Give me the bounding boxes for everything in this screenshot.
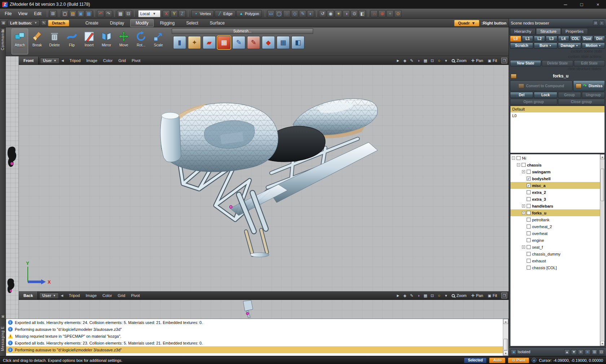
tool-insert-button[interactable]: Insert: [81, 28, 97, 54]
tab-modify[interactable]: Modify: [130, 19, 154, 27]
scroll-up-icon[interactable]: ▲: [600, 154, 605, 159]
tool-options-icon[interactable]: ✎: [41, 20, 47, 26]
state-item-default[interactable]: Default: [510, 106, 605, 112]
paint-icon[interactable]: ✎: [409, 58, 414, 63]
scrollbar-thumb[interactable]: [601, 169, 604, 201]
visibility-checkbox[interactable]: [527, 259, 531, 263]
viewport-menu-tripod[interactable]: Tripod: [67, 58, 84, 63]
bulb-icon[interactable]: ○: [436, 58, 442, 63]
mode-edge-button[interactable]: ╱Edge: [215, 10, 236, 17]
tab-surface[interactable]: Surface: [205, 19, 230, 27]
tree-node-f4i[interactable]: −f4i: [510, 155, 600, 161]
submesh-detach-icon[interactable]: ▦: [218, 36, 230, 49]
isolated-cube-icon[interactable]: ■: [511, 349, 517, 355]
scroll-up-icon[interactable]: ▲: [503, 319, 508, 324]
mode-vertex-button[interactable]: ▪Vertex: [191, 10, 214, 17]
zoom-button[interactable]: Zoom: [450, 58, 468, 63]
view-user-dropdown[interactable]: User ▼: [40, 58, 59, 64]
tree-node-chassis_dummy[interactable]: chassis_dummy: [510, 250, 600, 257]
maximize-viewport-icon[interactable]: ❒: [501, 293, 507, 298]
log-line[interactable]: Missing requried texture in "SPECMAP" on…: [6, 333, 503, 339]
submesh-panel-icon[interactable]: ◧: [291, 36, 304, 49]
close-group-button[interactable]: Close group: [558, 99, 605, 105]
app-grid-icon[interactable]: ⊞: [49, 10, 57, 17]
submesh-cylinder-icon[interactable]: ▮: [173, 36, 186, 49]
render-icon[interactable]: ⊙: [351, 10, 358, 17]
expander-icon[interactable]: +: [522, 170, 525, 173]
filter-x-icon[interactable]: X: [163, 10, 170, 17]
panel-tab-properties[interactable]: Properties: [561, 28, 588, 34]
dropdown-icon[interactable]: ▾: [443, 293, 449, 298]
new-state-button[interactable]: New State: [510, 60, 541, 66]
open-group-button[interactable]: Open group: [510, 99, 557, 105]
bulb-icon[interactable]: ○: [436, 293, 442, 298]
fit-button[interactable]: ▣Fit: [486, 293, 499, 298]
maximize-button[interactable]: □: [574, 0, 590, 9]
panel-tab-structure[interactable]: Structure: [536, 28, 561, 34]
pivot-mode-chip[interactable]: ⊙Pivot: [508, 358, 529, 363]
scroll-down-icon[interactable]: ▼: [503, 351, 508, 356]
edge-icon[interactable]: ╱: [218, 12, 222, 16]
tool-break-button[interactable]: Break: [29, 28, 45, 54]
visibility-checkbox[interactable]: [527, 211, 531, 215]
log-line[interactable]: iExported all lods. Hierarchy elements: …: [6, 319, 503, 326]
tree-node-extra_2[interactable]: extra_2: [510, 189, 600, 196]
tool-rot-button[interactable]: Rot...: [133, 28, 149, 54]
model-thumbnail-front[interactable]: [7, 145, 18, 171]
tree-node-overheat[interactable]: overheat: [510, 230, 600, 237]
submesh-split-icon[interactable]: ◆: [262, 36, 275, 49]
pin-panel-icon[interactable]: ⊡: [593, 21, 598, 26]
collapse-tree-icon[interactable]: ⊟: [598, 349, 604, 355]
screenshot-icon[interactable]: ⊡: [429, 58, 435, 63]
lod-l1-button[interactable]: L1: [522, 36, 533, 42]
tool-flip-button[interactable]: Flip: [63, 28, 80, 54]
lod-dirt-button[interactable]: Dirt: [594, 36, 605, 42]
new-file-icon[interactable]: ▢: [61, 10, 69, 17]
active-tool-chip[interactable]: Detach: [48, 20, 69, 26]
lod-l2-button[interactable]: L2: [534, 36, 545, 42]
eye-icon[interactable]: ◉: [327, 10, 334, 17]
tree-node-misc_a[interactable]: ✓misc_a: [510, 182, 600, 189]
expander-icon[interactable]: −: [517, 163, 520, 167]
viewport-front-name[interactable]: Front: [19, 57, 39, 65]
tab-rigging[interactable]: Rigging: [154, 19, 180, 27]
viewport-menu-color[interactable]: Color: [100, 293, 115, 298]
screenshot-icon[interactable]: ⊡: [429, 293, 435, 298]
mirror-view-icon[interactable]: ◧: [359, 10, 366, 17]
material-icon[interactable]: ◑: [416, 58, 421, 63]
delete-state-button[interactable]: Delete State: [542, 60, 573, 66]
scrollbar-thumb[interactable]: [504, 339, 508, 350]
sort-list-icon[interactable]: ≡: [578, 349, 584, 355]
visibility-checkbox[interactable]: [527, 204, 531, 208]
tree-node-chassiscol[interactable]: chassis [COL]: [510, 264, 600, 271]
messaging-panel-icon[interactable]: ⊠: [1, 314, 5, 319]
save-file-icon[interactable]: ▣: [77, 10, 84, 17]
visibility-checkbox[interactable]: [517, 156, 521, 160]
viewport-menu-pivot[interactable]: Pivot: [129, 58, 143, 63]
tool-mirror-button[interactable]: Mirror: [98, 28, 115, 54]
tree-node-bodyshell[interactable]: ✓bodyshell: [510, 175, 600, 182]
orbit-icon[interactable]: ↺: [319, 10, 326, 17]
viewport-menu-grid[interactable]: Grid: [115, 293, 128, 298]
visibility-checkbox[interactable]: [527, 252, 531, 256]
grid-settings-icon[interactable]: ▦: [117, 10, 124, 17]
mode-polygon-button[interactable]: ▲Polygon: [236, 10, 262, 17]
open-file-icon[interactable]: ▤: [69, 10, 76, 17]
viewport-menu-tripod[interactable]: Tripod: [66, 293, 83, 298]
expander-icon[interactable]: +: [522, 204, 525, 208]
pan-button[interactable]: ✛Pan: [470, 293, 485, 298]
submesh-group-title[interactable]: Submesh...: [172, 28, 313, 34]
lod-l3-button[interactable]: L3: [546, 36, 557, 42]
submesh-mark-icon[interactable]: ✎: [247, 36, 260, 49]
auto-mode-chip[interactable]: Auto: [489, 358, 505, 363]
tool-move-button[interactable]: Move: [115, 28, 132, 54]
log-line[interactable]: iExported all lods. Hierarchy elements: …: [6, 339, 503, 346]
grid-toggle-icon[interactable]: ▦: [422, 58, 428, 63]
tool-attach-button[interactable]: Attach: [12, 28, 28, 54]
model-thumbnail-back[interactable]: [7, 278, 16, 294]
pivot-mini-icon[interactable]: ⊙: [394, 10, 401, 17]
lod-l4-button[interactable]: L4: [558, 36, 569, 42]
visibility-checkbox[interactable]: ✓: [527, 183, 531, 187]
select-invert-icon[interactable]: ◐: [307, 10, 314, 17]
select-rect-icon[interactable]: ▭: [267, 10, 275, 17]
